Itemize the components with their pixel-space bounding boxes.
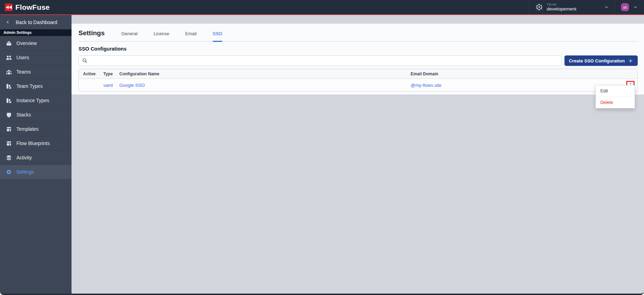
chevron-left-icon bbox=[6, 20, 10, 24]
create-sso-configuration-button[interactable]: Create SSO Configuration bbox=[564, 55, 638, 66]
chevron-down-icon bbox=[604, 5, 609, 9]
create-sso-button-label: Create SSO Configuration bbox=[569, 58, 625, 63]
search-input[interactable] bbox=[90, 58, 558, 63]
page-title: Settings bbox=[78, 29, 105, 41]
search-box[interactable] bbox=[78, 55, 562, 66]
team-types-icon bbox=[6, 83, 12, 89]
flowfuse-logo[interactable]: FlowFuse bbox=[0, 3, 54, 12]
sidebar-item-label: Overview bbox=[16, 40, 37, 46]
flow-blueprints-icon bbox=[6, 141, 12, 146]
row-context-menu: Edit Delete bbox=[596, 85, 635, 108]
instance-types-icon bbox=[6, 98, 12, 104]
sidebar-item-label: Settings bbox=[16, 169, 34, 175]
back-to-dashboard[interactable]: Back to Dashboard bbox=[0, 15, 72, 29]
brand-name: FlowFuse bbox=[15, 3, 50, 12]
context-menu-item-edit[interactable]: Edit bbox=[596, 85, 635, 97]
main-content: Settings General License Email SSO SSO C… bbox=[72, 15, 644, 294]
sidebar-item-settings[interactable]: Settings bbox=[0, 165, 72, 179]
sidebar-item-label: Users bbox=[16, 55, 29, 60]
templates-icon bbox=[6, 126, 12, 132]
sso-controls: Create SSO Configuration bbox=[78, 55, 638, 66]
activity-icon bbox=[6, 155, 12, 161]
tab-license[interactable]: License bbox=[153, 31, 169, 41]
column-header-type: Type bbox=[99, 71, 115, 76]
user-menu[interactable]: sh bbox=[615, 0, 644, 14]
app-window: FlowFuse TEAM: developement bbox=[0, 0, 644, 295]
sidebar-item-label: Flow Blueprints bbox=[16, 141, 50, 146]
plus-icon bbox=[628, 58, 633, 63]
sidebar-item-users[interactable]: Users bbox=[0, 50, 72, 65]
sidebar-item-activity[interactable]: Activity bbox=[0, 150, 72, 165]
context-menu-item-delete[interactable]: Delete bbox=[596, 97, 635, 108]
column-header-email-domain: Email Domain bbox=[406, 71, 615, 76]
stacks-icon bbox=[6, 112, 12, 118]
cell-type[interactable]: saml bbox=[99, 83, 115, 88]
settings-header: Settings General License Email SSO bbox=[78, 24, 638, 41]
sidebar-item-label: Stacks bbox=[16, 112, 31, 118]
column-header-configuration-name: Configuration Name bbox=[115, 71, 406, 76]
sidebar-item-templates[interactable]: Templates bbox=[0, 122, 72, 136]
table-row[interactable]: saml Google SSO @my-flows.site bbox=[79, 79, 637, 91]
back-to-dashboard-label: Back to Dashboard bbox=[16, 20, 57, 25]
team-label: TEAM: bbox=[547, 3, 576, 6]
settings-tabs: General License Email SSO bbox=[121, 31, 222, 41]
sidebar-item-team-types[interactable]: Team Types bbox=[0, 79, 72, 93]
sidebar-item-label: Instance Types bbox=[16, 98, 49, 103]
settings-panel: Settings General License Email SSO SSO C… bbox=[72, 24, 644, 94]
sidebar-item-teams[interactable]: Teams bbox=[0, 65, 72, 79]
sidebar-item-stacks[interactable]: Stacks bbox=[0, 107, 72, 122]
tab-sso[interactable]: SSO bbox=[213, 31, 222, 42]
sidebar-item-label: Templates bbox=[16, 126, 39, 132]
overview-icon bbox=[6, 40, 12, 46]
teams-icon bbox=[6, 69, 12, 75]
sidebar-item-label: Activity bbox=[16, 155, 32, 160]
section-title: SSO Configurations bbox=[78, 46, 638, 52]
team-identicon bbox=[535, 3, 543, 11]
settings-icon bbox=[6, 169, 12, 175]
cell-configuration-name[interactable]: Google SSO bbox=[115, 83, 406, 88]
sidebar-item-overview[interactable]: Overview bbox=[0, 36, 72, 50]
sidebar-section-label: Admin Settings bbox=[0, 29, 72, 36]
sidebar-item-instance-types[interactable]: Instance Types bbox=[0, 93, 72, 107]
top-navbar: FlowFuse TEAM: developement bbox=[0, 0, 644, 15]
sidebar-item-label: Teams bbox=[16, 69, 31, 75]
tab-general[interactable]: General bbox=[121, 31, 137, 41]
sidebar-item-label: Team Types bbox=[16, 83, 43, 89]
avatar[interactable]: sh bbox=[621, 3, 629, 11]
chevron-down-icon bbox=[633, 5, 638, 9]
users-icon bbox=[6, 55, 12, 61]
flowfuse-logo-icon bbox=[5, 3, 13, 11]
sso-configurations-table: Active Type Configuration Name Email Dom… bbox=[78, 69, 638, 92]
column-header-active: Active bbox=[79, 71, 99, 76]
cell-email-domain[interactable]: @my-flows.site bbox=[406, 83, 615, 88]
sidebar-item-flow-blueprints[interactable]: Flow Blueprints bbox=[0, 136, 72, 150]
team-name: developement bbox=[547, 6, 576, 12]
search-icon bbox=[82, 58, 88, 63]
admin-sidebar: Back to Dashboard Admin Settings Overvie… bbox=[0, 15, 72, 294]
tab-email[interactable]: Email bbox=[185, 31, 197, 41]
team-selector[interactable]: TEAM: developement bbox=[529, 0, 615, 14]
table-header-row: Active Type Configuration Name Email Dom… bbox=[79, 69, 637, 79]
